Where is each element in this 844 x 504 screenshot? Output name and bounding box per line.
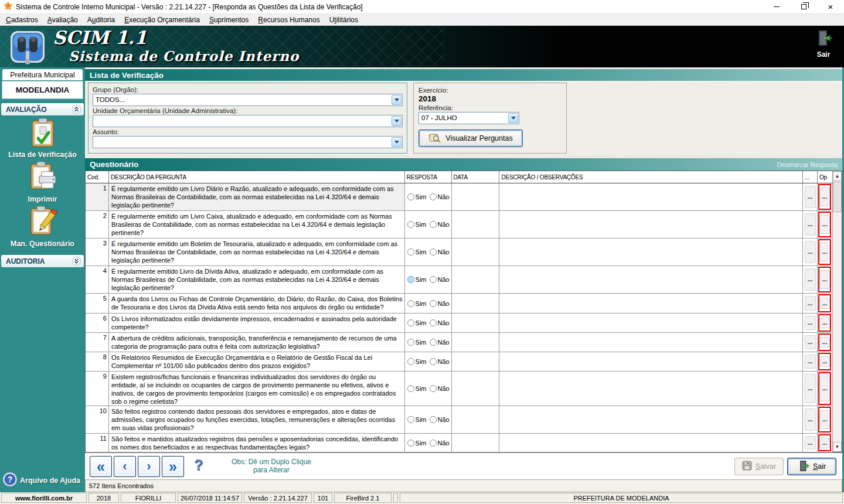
question-response[interactable]: Sim Não (405, 333, 452, 352)
question-response[interactable]: Sim Não (405, 211, 452, 238)
grupo-dropdown[interactable]: TODOS... (93, 94, 403, 106)
edit-button[interactable]: ... (805, 374, 816, 403)
question-date[interactable] (452, 239, 500, 265)
question-response[interactable]: Sim Não (405, 294, 452, 313)
op-button[interactable]: ... (819, 270, 830, 289)
question-observations[interactable] (499, 434, 803, 452)
question-observations[interactable] (499, 314, 803, 332)
question-observations[interactable] (499, 266, 803, 293)
sidebar-item-man-questionario[interactable]: Man. Questionário (0, 206, 85, 248)
menu-suprimentos[interactable]: Suprimentos (205, 14, 253, 25)
scroll-down-icon[interactable]: ▼ (833, 442, 842, 452)
chevron-down-icon[interactable] (392, 95, 401, 105)
assunto-dropdown[interactable] (93, 136, 403, 148)
radio-nao[interactable] (430, 339, 437, 346)
question-observations[interactable] (499, 352, 803, 371)
question-response[interactable]: Sim Não (405, 314, 452, 332)
op-button[interactable]: ... (819, 318, 830, 328)
edit-button[interactable]: ... (805, 355, 816, 369)
op-button[interactable]: ... (819, 188, 830, 206)
radio-sim[interactable] (407, 221, 414, 228)
edit-button[interactable]: ... (805, 268, 816, 291)
help-file-button[interactable]: ? Arquivo de Ajuda (2, 472, 85, 489)
edit-button[interactable]: ... (805, 296, 816, 311)
radio-nao[interactable] (430, 300, 437, 307)
radio-sim[interactable] (407, 339, 414, 346)
menu-auditoria[interactable]: Auditoria (83, 14, 120, 25)
unidade-dropdown[interactable] (93, 115, 403, 127)
question-observations[interactable] (499, 333, 803, 352)
question-observations[interactable] (499, 372, 803, 406)
question-observations[interactable] (499, 239, 803, 265)
op-button[interactable]: ... (819, 410, 830, 429)
radio-nao[interactable] (430, 221, 437, 228)
menu-cadastros[interactable]: Cadastros (1, 14, 43, 25)
grid-scrollbar[interactable]: ▲ ▼ (832, 171, 842, 452)
question-date[interactable] (452, 294, 500, 313)
question-response[interactable]: Sim Não (405, 239, 452, 265)
question-response[interactable]: Sim Não (405, 183, 452, 210)
salvar-button[interactable]: Salvar (734, 458, 784, 475)
chevron-down-icon[interactable] (392, 116, 401, 126)
question-date[interactable] (452, 352, 500, 371)
edit-button[interactable]: ... (805, 335, 816, 349)
desmarcar-resposta-link[interactable]: Desmarcar Resposta (777, 161, 838, 168)
expand-down-icon[interactable] (72, 257, 81, 265)
first-record-button[interactable]: « (90, 456, 112, 477)
scrollbar-thumb[interactable] (833, 182, 842, 212)
sidebar-tab-prefeitura[interactable]: Prefeitura Municipal (2, 69, 83, 80)
question-date[interactable] (452, 372, 500, 406)
radio-sim[interactable] (407, 440, 414, 447)
question-observations[interactable] (499, 211, 803, 238)
close-button[interactable]: × (817, 0, 844, 13)
question-observations[interactable] (499, 406, 803, 433)
radio-nao[interactable] (430, 319, 437, 326)
menu-avaliacao[interactable]: Avaliação (43, 14, 83, 25)
sidebar-item-lista-verificacao[interactable]: Lista de Verificação (0, 117, 85, 159)
op-button[interactable]: ... (819, 356, 830, 367)
question-date[interactable] (452, 314, 500, 332)
radio-sim[interactable] (407, 248, 414, 256)
menu-execucao-orcamentaria[interactable]: Execução Orçamentária (120, 14, 205, 25)
question-response[interactable]: Sim Não (405, 406, 452, 433)
op-button[interactable]: ... (819, 215, 830, 234)
question-date[interactable] (452, 211, 500, 238)
edit-button[interactable]: ... (805, 316, 816, 330)
radio-sim[interactable] (407, 358, 414, 365)
last-record-button[interactable]: » (162, 456, 184, 477)
radio-nao[interactable] (430, 358, 437, 365)
radio-nao[interactable] (430, 385, 437, 392)
radio-nao[interactable] (430, 193, 437, 200)
radio-nao[interactable] (430, 276, 437, 283)
scroll-up-icon[interactable]: ▲ (833, 171, 842, 181)
radio-sim[interactable] (407, 276, 414, 283)
sidebar-section-auditoria[interactable]: AUDITORIA (1, 255, 84, 267)
edit-button[interactable]: ... (805, 241, 816, 263)
sidebar-section-avaliacao[interactable]: AVALIAÇÃO (1, 103, 84, 115)
radio-sim[interactable] (407, 416, 414, 423)
question-date[interactable] (452, 434, 500, 452)
op-button[interactable]: ... (819, 438, 830, 448)
op-button[interactable]: ... (819, 376, 830, 401)
question-response[interactable]: Sim Não (405, 266, 452, 293)
edit-button[interactable]: ... (805, 436, 816, 449)
prev-record-button[interactable]: ‹ (114, 456, 136, 477)
next-record-button[interactable]: › (138, 456, 160, 477)
chevron-down-icon[interactable] (508, 113, 518, 123)
op-button[interactable]: ... (819, 337, 830, 348)
radio-nao[interactable] (430, 440, 437, 447)
radio-sim[interactable] (407, 300, 414, 307)
op-button[interactable]: ... (819, 298, 830, 309)
menu-recursos-humanos[interactable]: Recursos Humanos (253, 14, 324, 25)
collapse-up-icon[interactable] (72, 105, 81, 114)
question-date[interactable] (452, 183, 500, 210)
restore-button[interactable] (790, 0, 817, 13)
radio-sim[interactable] (407, 319, 414, 326)
visualizar-perguntas-button[interactable]: Visualizar Perguntas (418, 130, 523, 147)
question-observations[interactable] (499, 294, 803, 313)
edit-button[interactable]: ... (805, 408, 816, 431)
question-response[interactable]: Sim Não (405, 352, 452, 371)
sidebar-item-imprimir[interactable]: Imprimir (0, 162, 85, 203)
radio-sim[interactable] (407, 385, 414, 392)
radio-nao[interactable] (430, 416, 437, 423)
